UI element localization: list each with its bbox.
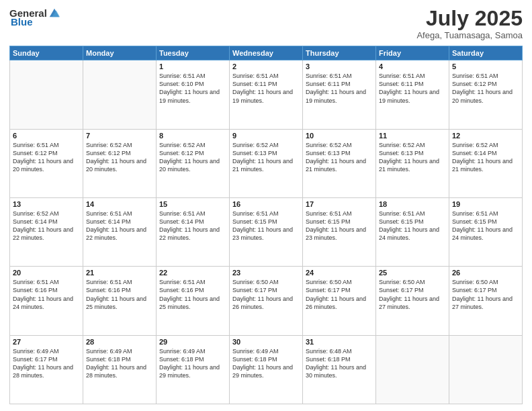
cell-info: Sunrise: 6:51 AMSunset: 6:11 PMDaylight:… [306, 72, 373, 105]
cell-info: Sunrise: 6:49 AMSunset: 6:18 PMDaylight:… [159, 347, 226, 380]
day-number: 27 [13, 338, 80, 346]
weekday-header-thursday: Thursday [303, 46, 376, 60]
day-number: 9 [232, 132, 300, 140]
month-title: July 2025 [416, 7, 523, 30]
page: General Blue July 2025 Afega, Tuamasaga,… [0, 0, 532, 411]
day-number: 30 [232, 338, 300, 346]
cell-info: Sunrise: 6:51 AMSunset: 6:10 PMDaylight:… [159, 72, 226, 105]
day-number: 21 [86, 269, 153, 277]
cell-info: Sunrise: 6:52 AMSunset: 6:12 PMDaylight:… [159, 141, 226, 174]
cell-info: Sunrise: 6:52 AMSunset: 6:14 PMDaylight:… [13, 210, 80, 242]
calendar-cell [10, 60, 83, 129]
weekday-header-friday: Friday [376, 46, 449, 60]
cell-info: Sunrise: 6:48 AMSunset: 6:18 PMDaylight:… [306, 347, 373, 380]
calendar-week-5: 27Sunrise: 6:49 AMSunset: 6:17 PMDayligh… [10, 335, 523, 404]
calendar-cell: 11Sunrise: 6:52 AMSunset: 6:13 PMDayligh… [376, 129, 449, 197]
day-number: 11 [379, 132, 446, 140]
day-number: 22 [159, 269, 226, 277]
cell-info: Sunrise: 6:51 AMSunset: 6:15 PMDaylight:… [306, 210, 373, 242]
calendar-week-4: 20Sunrise: 6:51 AMSunset: 6:16 PMDayligh… [10, 267, 523, 335]
calendar-cell: 30Sunrise: 6:49 AMSunset: 6:18 PMDayligh… [230, 335, 303, 404]
calendar-cell: 23Sunrise: 6:50 AMSunset: 6:17 PMDayligh… [230, 267, 303, 335]
day-number: 15 [159, 200, 226, 208]
calendar-cell: 1Sunrise: 6:51 AMSunset: 6:10 PMDaylight… [157, 60, 230, 129]
day-number: 16 [232, 200, 300, 208]
weekday-header-monday: Monday [83, 46, 157, 60]
calendar-cell: 25Sunrise: 6:50 AMSunset: 6:17 PMDayligh… [376, 267, 449, 335]
day-number: 2 [232, 62, 300, 71]
calendar-cell: 13Sunrise: 6:52 AMSunset: 6:14 PMDayligh… [10, 197, 83, 266]
calendar-cell: 18Sunrise: 6:51 AMSunset: 6:15 PMDayligh… [376, 197, 449, 266]
calendar-cell: 29Sunrise: 6:49 AMSunset: 6:18 PMDayligh… [157, 335, 230, 404]
location-subtitle: Afega, Tuamasaga, Samoa [416, 30, 523, 40]
weekday-header-row: SundayMondayTuesdayWednesdayThursdayFrid… [10, 46, 523, 60]
calendar-cell: 22Sunrise: 6:51 AMSunset: 6:16 PMDayligh… [157, 267, 230, 335]
cell-info: Sunrise: 6:52 AMSunset: 6:13 PMDaylight:… [306, 141, 373, 174]
calendar-cell [83, 60, 157, 129]
calendar-cell: 14Sunrise: 6:51 AMSunset: 6:14 PMDayligh… [83, 197, 157, 266]
day-number: 28 [86, 338, 153, 346]
day-number: 18 [379, 200, 446, 208]
calendar-cell: 5Sunrise: 6:51 AMSunset: 6:12 PMDaylight… [449, 60, 523, 129]
calendar-cell: 12Sunrise: 6:52 AMSunset: 6:14 PMDayligh… [449, 129, 523, 197]
cell-info: Sunrise: 6:51 AMSunset: 6:15 PMDaylight:… [452, 210, 519, 242]
day-number: 17 [306, 200, 373, 208]
cell-info: Sunrise: 6:52 AMSunset: 6:13 PMDaylight:… [379, 141, 446, 174]
weekday-header-wednesday: Wednesday [230, 46, 303, 60]
day-number: 10 [306, 132, 373, 140]
day-number: 5 [452, 62, 519, 71]
cell-info: Sunrise: 6:51 AMSunset: 6:15 PMDaylight:… [379, 210, 446, 242]
calendar-cell: 27Sunrise: 6:49 AMSunset: 6:17 PMDayligh… [10, 335, 83, 404]
day-number: 14 [86, 200, 153, 208]
header: General Blue July 2025 Afega, Tuamasaga,… [9, 7, 523, 40]
calendar-week-2: 6Sunrise: 6:51 AMSunset: 6:12 PMDaylight… [10, 129, 523, 197]
calendar-cell: 3Sunrise: 6:51 AMSunset: 6:11 PMDaylight… [303, 60, 376, 129]
day-number: 26 [452, 269, 519, 277]
calendar-week-3: 13Sunrise: 6:52 AMSunset: 6:14 PMDayligh… [10, 197, 523, 266]
cell-info: Sunrise: 6:51 AMSunset: 6:11 PMDaylight:… [232, 72, 300, 105]
calendar-cell: 24Sunrise: 6:50 AMSunset: 6:17 PMDayligh… [303, 267, 376, 335]
cell-info: Sunrise: 6:49 AMSunset: 6:17 PMDaylight:… [13, 347, 80, 380]
cell-info: Sunrise: 6:49 AMSunset: 6:18 PMDaylight:… [232, 347, 300, 380]
cell-info: Sunrise: 6:51 AMSunset: 6:12 PMDaylight:… [452, 72, 519, 105]
day-number: 24 [306, 269, 373, 277]
cell-info: Sunrise: 6:51 AMSunset: 6:14 PMDaylight:… [86, 210, 153, 242]
day-number: 23 [232, 269, 300, 277]
cell-info: Sunrise: 6:51 AMSunset: 6:16 PMDaylight:… [86, 278, 153, 311]
cell-info: Sunrise: 6:51 AMSunset: 6:12 PMDaylight:… [13, 141, 80, 174]
day-number: 8 [159, 132, 226, 140]
calendar-cell: 6Sunrise: 6:51 AMSunset: 6:12 PMDaylight… [10, 129, 83, 197]
calendar-cell: 4Sunrise: 6:51 AMSunset: 6:11 PMDaylight… [376, 60, 449, 129]
weekday-header-saturday: Saturday [449, 46, 523, 60]
cell-info: Sunrise: 6:52 AMSunset: 6:14 PMDaylight:… [452, 141, 519, 174]
logo: General Blue [9, 7, 60, 28]
day-number: 12 [452, 132, 519, 140]
cell-info: Sunrise: 6:50 AMSunset: 6:17 PMDaylight:… [232, 278, 300, 311]
day-number: 13 [13, 200, 80, 208]
cell-info: Sunrise: 6:52 AMSunset: 6:12 PMDaylight:… [86, 141, 153, 174]
day-number: 19 [452, 200, 519, 208]
calendar-cell: 21Sunrise: 6:51 AMSunset: 6:16 PMDayligh… [83, 267, 157, 335]
day-number: 31 [306, 338, 373, 346]
calendar-table: SundayMondayTuesdayWednesdayThursdayFrid… [9, 46, 523, 404]
calendar-cell: 19Sunrise: 6:51 AMSunset: 6:15 PMDayligh… [449, 197, 523, 266]
logo-icon [48, 7, 60, 19]
day-number: 3 [306, 62, 373, 71]
calendar-cell: 9Sunrise: 6:52 AMSunset: 6:13 PMDaylight… [230, 129, 303, 197]
title-area: July 2025 Afega, Tuamasaga, Samoa [416, 7, 523, 40]
weekday-header-sunday: Sunday [10, 46, 83, 60]
calendar-cell: 20Sunrise: 6:51 AMSunset: 6:16 PMDayligh… [10, 267, 83, 335]
calendar-cell: 31Sunrise: 6:48 AMSunset: 6:18 PMDayligh… [303, 335, 376, 404]
calendar-cell: 8Sunrise: 6:52 AMSunset: 6:12 PMDaylight… [157, 129, 230, 197]
calendar-cell: 15Sunrise: 6:51 AMSunset: 6:14 PMDayligh… [157, 197, 230, 266]
logo-blue: Blue [11, 16, 33, 28]
cell-info: Sunrise: 6:50 AMSunset: 6:17 PMDaylight:… [452, 278, 519, 311]
cell-info: Sunrise: 6:49 AMSunset: 6:18 PMDaylight:… [86, 347, 153, 380]
day-number: 25 [379, 269, 446, 277]
cell-info: Sunrise: 6:51 AMSunset: 6:11 PMDaylight:… [379, 72, 446, 105]
calendar-cell: 26Sunrise: 6:50 AMSunset: 6:17 PMDayligh… [449, 267, 523, 335]
day-number: 7 [86, 132, 153, 140]
calendar-cell: 28Sunrise: 6:49 AMSunset: 6:18 PMDayligh… [83, 335, 157, 404]
cell-info: Sunrise: 6:51 AMSunset: 6:16 PMDaylight:… [159, 278, 226, 311]
cell-info: Sunrise: 6:50 AMSunset: 6:17 PMDaylight:… [379, 278, 446, 311]
